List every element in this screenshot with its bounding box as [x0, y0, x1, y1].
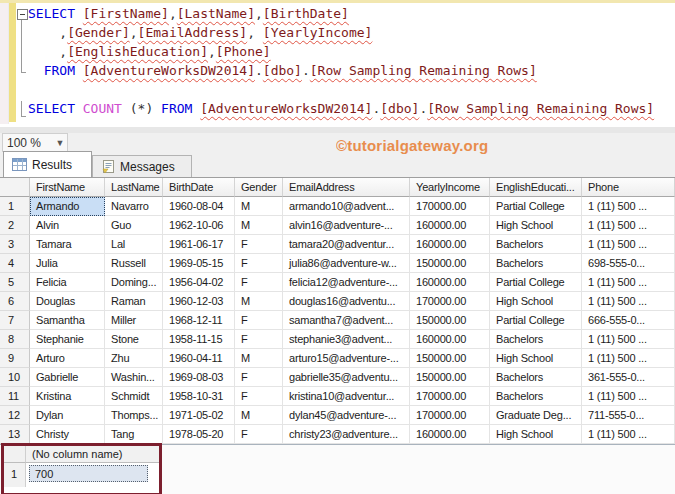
grid-cell[interactable]: 1960-04-11	[163, 349, 235, 368]
grid-cell[interactable]: 1 (11) 500 ...	[582, 349, 675, 368]
grid-cell[interactable]: Guo	[105, 216, 163, 235]
grid-cell[interactable]: Partial College	[490, 273, 582, 292]
grid-column-header[interactable]: YearlyIncome	[410, 178, 490, 197]
grid-cell[interactable]: julia86@adventure-w...	[283, 254, 410, 273]
grid-cell[interactable]: Gabrielle	[30, 368, 105, 387]
grid-column-header[interactable]: EmailAddress	[283, 178, 410, 197]
grid-cell[interactable]: Christy	[30, 425, 105, 444]
grid-cell[interactable]: M	[235, 197, 283, 216]
grid-cell[interactable]: 1956-04-02	[163, 273, 235, 292]
grid-cell[interactable]: 666-555-0...	[582, 311, 675, 330]
grid-cell[interactable]: 1 (11) 500 ...	[582, 235, 675, 254]
grid-column-header[interactable]: BirthDate	[163, 178, 235, 197]
grid-cell[interactable]: 1 (11) 500 ...	[582, 292, 675, 311]
grid-cell[interactable]: Dylan	[30, 406, 105, 425]
tab-results[interactable]: Results	[3, 151, 92, 177]
grid-cell[interactable]: Stephanie	[30, 330, 105, 349]
grid-cell[interactable]: 1978-05-20	[163, 425, 235, 444]
grid-cell[interactable]: 1961-06-17	[163, 235, 235, 254]
grid-row-number[interactable]: 9	[0, 349, 30, 368]
grid-row-number[interactable]: 7	[0, 311, 30, 330]
grid-cell[interactable]: Zhu	[105, 349, 163, 368]
grid-cell[interactable]: 1969-05-15	[163, 254, 235, 273]
grid-cell[interactable]: 170000.00	[410, 292, 490, 311]
grid-cell[interactable]: Samantha	[30, 311, 105, 330]
grid-cell[interactable]: Tamara	[30, 235, 105, 254]
grid-cell[interactable]: F	[235, 254, 283, 273]
grid-cell[interactable]: M	[235, 349, 283, 368]
grid-cell[interactable]: 361-555-0...	[582, 368, 675, 387]
grid-cell[interactable]: felicia12@adventure-...	[283, 273, 410, 292]
grid-row-number[interactable]: 8	[0, 330, 30, 349]
count-grid-row-number[interactable]: 1	[4, 463, 26, 487]
grid-cell[interactable]: 1962-10-06	[163, 216, 235, 235]
grid-cell[interactable]: 150000.00	[410, 254, 490, 273]
grid-cell[interactable]: Bachelors	[490, 254, 582, 273]
grid-cell[interactable]: Bachelors	[490, 330, 582, 349]
grid-cell[interactable]: 1 (11) 500 ...	[582, 387, 675, 406]
grid-cell[interactable]: 1 (11) 500 ...	[582, 197, 675, 216]
count-value-cell[interactable]: 700	[29, 465, 148, 482]
grid-cell[interactable]: Bachelors	[490, 387, 582, 406]
grid-cell[interactable]: M	[235, 292, 283, 311]
grid-row-number[interactable]: 1	[0, 197, 30, 216]
grid-row-number[interactable]: 6	[0, 292, 30, 311]
grid-cell[interactable]: Graduate Deg...	[490, 406, 582, 425]
grid-cell[interactable]: alvin16@adventure-...	[283, 216, 410, 235]
grid-column-header[interactable]: Gender	[235, 178, 283, 197]
grid-cell[interactable]: 150000.00	[410, 368, 490, 387]
grid-cell[interactable]: F	[235, 330, 283, 349]
grid-cell[interactable]: F	[235, 311, 283, 330]
sql-editor[interactable]: SELECT [FirstName],[LastName],[BirthDate…	[0, 0, 675, 127]
grid-cell[interactable]: 1971-05-02	[163, 406, 235, 425]
grid-cell[interactable]: 160000.00	[410, 235, 490, 254]
grid-cell[interactable]: 1968-12-11	[163, 311, 235, 330]
grid-cell[interactable]: M	[235, 406, 283, 425]
grid-cell[interactable]: douglas16@adventu...	[283, 292, 410, 311]
grid-cell[interactable]: 160000.00	[410, 216, 490, 235]
grid-cell[interactable]: F	[235, 368, 283, 387]
grid-cell[interactable]: kristina10@adventur...	[283, 387, 410, 406]
grid-cell[interactable]: Lal	[105, 235, 163, 254]
grid-cell[interactable]: 1 (11) 500 ...	[582, 216, 675, 235]
grid-cell[interactable]: 1 (11) 500 ...	[582, 425, 675, 444]
grid-cell[interactable]: 170000.00	[410, 197, 490, 216]
count-grid-corner[interactable]	[4, 446, 26, 463]
grid-cell[interactable]: 170000.00	[410, 406, 490, 425]
grid-cell[interactable]: 1 (11) 500 ...	[582, 273, 675, 292]
grid-cell[interactable]: dylan45@adventure-...	[283, 406, 410, 425]
grid-cell[interactable]: stephanie3@advent...	[283, 330, 410, 349]
grid-cell[interactable]: 150000.00	[410, 349, 490, 368]
grid-cell[interactable]: Felicia	[30, 273, 105, 292]
grid-cell[interactable]: 1969-08-03	[163, 368, 235, 387]
grid-cell[interactable]: 160000.00	[410, 425, 490, 444]
grid-cell[interactable]: Tang	[105, 425, 163, 444]
grid-cell[interactable]: gabrielle35@adventu...	[283, 368, 410, 387]
grid-row-number[interactable]: 13	[0, 425, 30, 444]
grid-cell[interactable]: Kristina	[30, 387, 105, 406]
grid-cell[interactable]: Thomps...	[105, 406, 163, 425]
grid-cell[interactable]: Schmidt	[105, 387, 163, 406]
grid-cell[interactable]: arturo15@adventure-...	[283, 349, 410, 368]
grid-row-number[interactable]: 12	[0, 406, 30, 425]
grid-cell[interactable]: Julia	[30, 254, 105, 273]
grid-cell[interactable]: Douglas	[30, 292, 105, 311]
grid-cell[interactable]: M	[235, 216, 283, 235]
grid-column-header[interactable]: Phone	[582, 178, 675, 197]
grid-row-number[interactable]: 4	[0, 254, 30, 273]
grid-cell[interactable]: samantha7@advent...	[283, 311, 410, 330]
grid-cell[interactable]: Russell	[105, 254, 163, 273]
grid-cell[interactable]: Stone	[105, 330, 163, 349]
grid-cell[interactable]: Bachelors	[490, 368, 582, 387]
grid-cell[interactable]: High School	[490, 349, 582, 368]
grid-cell[interactable]: Miller	[105, 311, 163, 330]
grid-cell[interactable]: tamara20@adventur...	[283, 235, 410, 254]
grid-cell[interactable]: Washin...	[105, 368, 163, 387]
grid-row-number[interactable]: 11	[0, 387, 30, 406]
grid-cell[interactable]: Partial College	[490, 311, 582, 330]
grid-cell[interactable]: 1958-11-15	[163, 330, 235, 349]
grid-cell[interactable]: christy23@adventure...	[283, 425, 410, 444]
zoom-level-select[interactable]: 100 % ▼	[2, 133, 68, 152]
grid-cell[interactable]: 1 (11) 500 ...	[582, 330, 675, 349]
grid-cell[interactable]: Bachelors	[490, 235, 582, 254]
